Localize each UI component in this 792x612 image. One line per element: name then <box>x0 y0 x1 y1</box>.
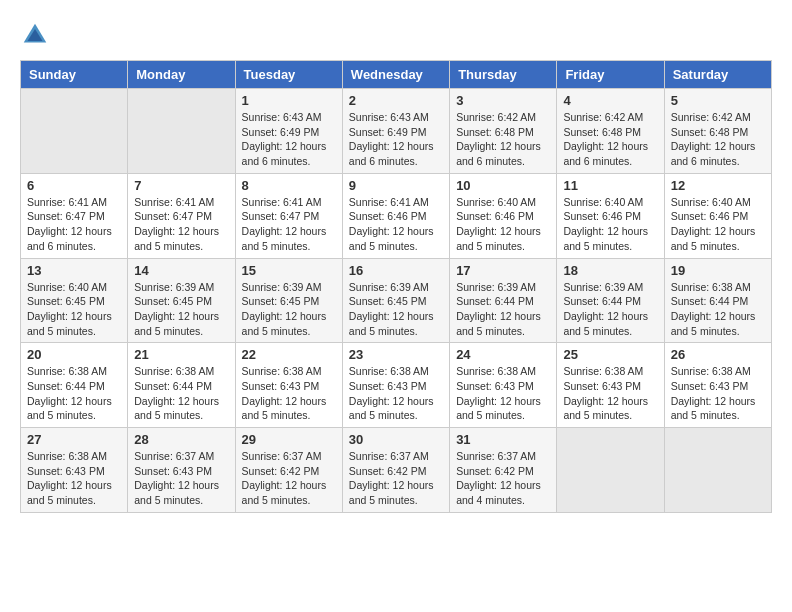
day-number: 6 <box>27 178 121 193</box>
day-number: 1 <box>242 93 336 108</box>
calendar-cell <box>128 89 235 174</box>
day-info: Sunrise: 6:38 AM Sunset: 6:43 PM Dayligh… <box>563 364 657 423</box>
calendar-cell: 3Sunrise: 6:42 AM Sunset: 6:48 PM Daylig… <box>450 89 557 174</box>
day-number: 9 <box>349 178 443 193</box>
day-info: Sunrise: 6:40 AM Sunset: 6:46 PM Dayligh… <box>563 195 657 254</box>
day-number: 7 <box>134 178 228 193</box>
day-number: 18 <box>563 263 657 278</box>
day-info: Sunrise: 6:42 AM Sunset: 6:48 PM Dayligh… <box>456 110 550 169</box>
calendar-table: SundayMondayTuesdayWednesdayThursdayFrid… <box>20 60 772 513</box>
calendar-cell: 10Sunrise: 6:40 AM Sunset: 6:46 PM Dayli… <box>450 173 557 258</box>
day-number: 13 <box>27 263 121 278</box>
day-number: 19 <box>671 263 765 278</box>
day-number: 8 <box>242 178 336 193</box>
day-info: Sunrise: 6:42 AM Sunset: 6:48 PM Dayligh… <box>671 110 765 169</box>
calendar-cell: 1Sunrise: 6:43 AM Sunset: 6:49 PM Daylig… <box>235 89 342 174</box>
calendar-header-row: SundayMondayTuesdayWednesdayThursdayFrid… <box>21 61 772 89</box>
day-number: 27 <box>27 432 121 447</box>
day-number: 2 <box>349 93 443 108</box>
day-info: Sunrise: 6:40 AM Sunset: 6:46 PM Dayligh… <box>456 195 550 254</box>
calendar-cell: 22Sunrise: 6:38 AM Sunset: 6:43 PM Dayli… <box>235 343 342 428</box>
calendar-cell: 16Sunrise: 6:39 AM Sunset: 6:45 PM Dayli… <box>342 258 449 343</box>
logo <box>20 20 54 50</box>
day-number: 11 <box>563 178 657 193</box>
day-info: Sunrise: 6:39 AM Sunset: 6:44 PM Dayligh… <box>456 280 550 339</box>
day-number: 4 <box>563 93 657 108</box>
day-info: Sunrise: 6:40 AM Sunset: 6:45 PM Dayligh… <box>27 280 121 339</box>
day-info: Sunrise: 6:38 AM Sunset: 6:43 PM Dayligh… <box>349 364 443 423</box>
calendar-cell: 24Sunrise: 6:38 AM Sunset: 6:43 PM Dayli… <box>450 343 557 428</box>
calendar-cell: 29Sunrise: 6:37 AM Sunset: 6:42 PM Dayli… <box>235 428 342 513</box>
day-info: Sunrise: 6:43 AM Sunset: 6:49 PM Dayligh… <box>349 110 443 169</box>
calendar-cell <box>557 428 664 513</box>
calendar-cell <box>21 89 128 174</box>
col-header-sunday: Sunday <box>21 61 128 89</box>
day-info: Sunrise: 6:38 AM Sunset: 6:44 PM Dayligh… <box>134 364 228 423</box>
day-info: Sunrise: 6:43 AM Sunset: 6:49 PM Dayligh… <box>242 110 336 169</box>
calendar-week-row: 27Sunrise: 6:38 AM Sunset: 6:43 PM Dayli… <box>21 428 772 513</box>
day-info: Sunrise: 6:38 AM Sunset: 6:43 PM Dayligh… <box>242 364 336 423</box>
logo-icon <box>20 20 50 50</box>
day-number: 15 <box>242 263 336 278</box>
day-info: Sunrise: 6:38 AM Sunset: 6:44 PM Dayligh… <box>671 280 765 339</box>
day-info: Sunrise: 6:41 AM Sunset: 6:47 PM Dayligh… <box>242 195 336 254</box>
calendar-cell: 13Sunrise: 6:40 AM Sunset: 6:45 PM Dayli… <box>21 258 128 343</box>
day-info: Sunrise: 6:38 AM Sunset: 6:43 PM Dayligh… <box>27 449 121 508</box>
calendar-cell: 5Sunrise: 6:42 AM Sunset: 6:48 PM Daylig… <box>664 89 771 174</box>
col-header-wednesday: Wednesday <box>342 61 449 89</box>
calendar-cell: 30Sunrise: 6:37 AM Sunset: 6:42 PM Dayli… <box>342 428 449 513</box>
calendar-cell: 31Sunrise: 6:37 AM Sunset: 6:42 PM Dayli… <box>450 428 557 513</box>
calendar-cell: 21Sunrise: 6:38 AM Sunset: 6:44 PM Dayli… <box>128 343 235 428</box>
day-info: Sunrise: 6:38 AM Sunset: 6:44 PM Dayligh… <box>27 364 121 423</box>
calendar-cell: 6Sunrise: 6:41 AM Sunset: 6:47 PM Daylig… <box>21 173 128 258</box>
calendar-cell: 8Sunrise: 6:41 AM Sunset: 6:47 PM Daylig… <box>235 173 342 258</box>
calendar-cell: 25Sunrise: 6:38 AM Sunset: 6:43 PM Dayli… <box>557 343 664 428</box>
day-info: Sunrise: 6:39 AM Sunset: 6:44 PM Dayligh… <box>563 280 657 339</box>
calendar-cell: 7Sunrise: 6:41 AM Sunset: 6:47 PM Daylig… <box>128 173 235 258</box>
day-number: 22 <box>242 347 336 362</box>
day-info: Sunrise: 6:39 AM Sunset: 6:45 PM Dayligh… <box>349 280 443 339</box>
day-info: Sunrise: 6:41 AM Sunset: 6:46 PM Dayligh… <box>349 195 443 254</box>
calendar-cell: 12Sunrise: 6:40 AM Sunset: 6:46 PM Dayli… <box>664 173 771 258</box>
calendar-cell: 27Sunrise: 6:38 AM Sunset: 6:43 PM Dayli… <box>21 428 128 513</box>
day-number: 25 <box>563 347 657 362</box>
calendar-cell: 14Sunrise: 6:39 AM Sunset: 6:45 PM Dayli… <box>128 258 235 343</box>
calendar-cell: 18Sunrise: 6:39 AM Sunset: 6:44 PM Dayli… <box>557 258 664 343</box>
calendar-cell: 23Sunrise: 6:38 AM Sunset: 6:43 PM Dayli… <box>342 343 449 428</box>
calendar-cell: 15Sunrise: 6:39 AM Sunset: 6:45 PM Dayli… <box>235 258 342 343</box>
calendar-cell <box>664 428 771 513</box>
calendar-cell: 11Sunrise: 6:40 AM Sunset: 6:46 PM Dayli… <box>557 173 664 258</box>
calendar-cell: 2Sunrise: 6:43 AM Sunset: 6:49 PM Daylig… <box>342 89 449 174</box>
calendar-week-row: 1Sunrise: 6:43 AM Sunset: 6:49 PM Daylig… <box>21 89 772 174</box>
day-number: 23 <box>349 347 443 362</box>
day-number: 12 <box>671 178 765 193</box>
calendar-cell: 17Sunrise: 6:39 AM Sunset: 6:44 PM Dayli… <box>450 258 557 343</box>
day-number: 30 <box>349 432 443 447</box>
day-info: Sunrise: 6:40 AM Sunset: 6:46 PM Dayligh… <box>671 195 765 254</box>
day-info: Sunrise: 6:37 AM Sunset: 6:43 PM Dayligh… <box>134 449 228 508</box>
day-number: 17 <box>456 263 550 278</box>
day-number: 29 <box>242 432 336 447</box>
day-number: 26 <box>671 347 765 362</box>
day-number: 3 <box>456 93 550 108</box>
day-info: Sunrise: 6:38 AM Sunset: 6:43 PM Dayligh… <box>671 364 765 423</box>
day-number: 20 <box>27 347 121 362</box>
calendar-week-row: 13Sunrise: 6:40 AM Sunset: 6:45 PM Dayli… <box>21 258 772 343</box>
col-header-monday: Monday <box>128 61 235 89</box>
day-info: Sunrise: 6:41 AM Sunset: 6:47 PM Dayligh… <box>27 195 121 254</box>
calendar-cell: 9Sunrise: 6:41 AM Sunset: 6:46 PM Daylig… <box>342 173 449 258</box>
calendar-week-row: 20Sunrise: 6:38 AM Sunset: 6:44 PM Dayli… <box>21 343 772 428</box>
day-number: 16 <box>349 263 443 278</box>
day-info: Sunrise: 6:37 AM Sunset: 6:42 PM Dayligh… <box>456 449 550 508</box>
page-header <box>20 20 772 50</box>
day-info: Sunrise: 6:39 AM Sunset: 6:45 PM Dayligh… <box>242 280 336 339</box>
calendar-cell: 4Sunrise: 6:42 AM Sunset: 6:48 PM Daylig… <box>557 89 664 174</box>
day-info: Sunrise: 6:37 AM Sunset: 6:42 PM Dayligh… <box>242 449 336 508</box>
day-number: 5 <box>671 93 765 108</box>
day-number: 21 <box>134 347 228 362</box>
day-number: 10 <box>456 178 550 193</box>
col-header-friday: Friday <box>557 61 664 89</box>
col-header-thursday: Thursday <box>450 61 557 89</box>
day-info: Sunrise: 6:39 AM Sunset: 6:45 PM Dayligh… <box>134 280 228 339</box>
calendar-cell: 28Sunrise: 6:37 AM Sunset: 6:43 PM Dayli… <box>128 428 235 513</box>
